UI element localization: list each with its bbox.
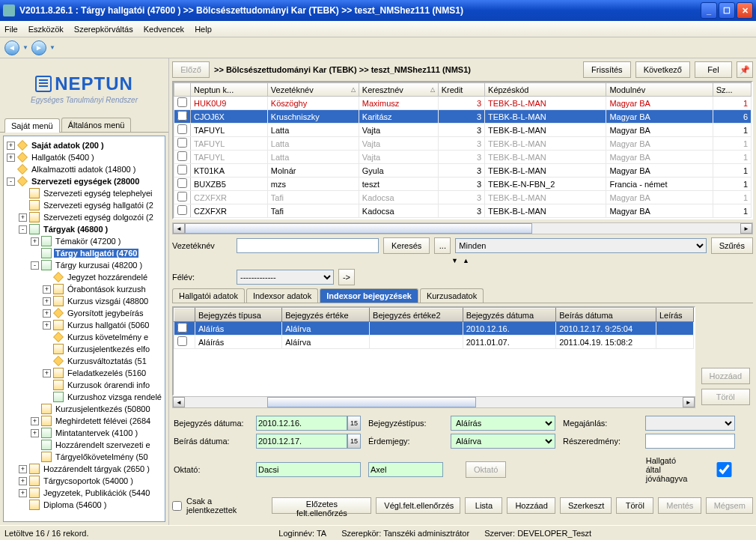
vegl-button[interactable]: Végl.felt.ellenőrzés <box>376 497 460 514</box>
szerkeszt-button[interactable]: Szerkeszt <box>560 497 612 514</box>
menu-eszkozok[interactable]: Eszközök <box>28 25 64 34</box>
tree-node[interactable]: Kurzusváltoztatás (51 <box>4 355 165 367</box>
okt-lastname-input[interactable] <box>256 462 361 477</box>
torol-button[interactable]: Töröl <box>616 497 653 514</box>
detail-grid[interactable]: Bejegyzés típusaBejegyzés értékeBejegyzé… <box>172 306 695 396</box>
tab-altalanos-menu[interactable]: Általános menü <box>61 118 132 132</box>
tab-sajat-menu[interactable]: Saját menü <box>4 118 60 133</box>
nav-forward-button[interactable]: ► <box>31 40 46 55</box>
tree-node[interactable]: Alkalmazotti adatok (14800 ) <box>4 163 165 175</box>
felev-go-button[interactable]: -> <box>338 269 355 285</box>
tree-node[interactable]: +Szervezeti egység dolgozói (2 <box>4 211 165 223</box>
table-row[interactable]: HUK0U9KöszöghyMaximusz3TEBK-B-L-MANMagya… <box>174 97 752 110</box>
beidat-input[interactable] <box>256 434 347 449</box>
window-close-button[interactable]: ✕ <box>737 2 753 19</box>
tree-node[interactable]: +Mintatantervek (4100 ) <box>4 427 165 439</box>
tree-node[interactable]: Hozzárendelt szervezeti e <box>4 439 165 451</box>
table-row[interactable]: KT01KAMolnárGyula3TEBK-B-L-MANMagyar BA1 <box>174 164 752 178</box>
tree-node[interactable]: -Tárgy kurzusai (48200 ) <box>4 259 165 271</box>
tree-node[interactable]: Tárgyelőkövetelmény (50 <box>4 451 165 463</box>
filter-button[interactable]: Szűrés <box>711 237 753 254</box>
tree-node[interactable]: +Meghirdetett félévei (2684 <box>4 415 165 427</box>
beidat-label: Beírás dátuma: <box>174 437 249 446</box>
menu-szerepkor[interactable]: Szerepkörváltás <box>74 25 133 34</box>
tree-node[interactable]: Szervezeti egység hallgatói (2 <box>4 199 165 211</box>
tab-indexsor-adatok[interactable]: Indexsor adatok <box>246 288 318 303</box>
search-input[interactable] <box>237 238 379 253</box>
lista-button[interactable]: Lista <box>465 497 502 514</box>
tree-node[interactable]: +Feladatkezelés (5160 <box>4 367 165 379</box>
tab-kurzusadatok[interactable]: Kurzusadatok <box>420 288 484 303</box>
tree-node[interactable]: +Tárgycsoportok (54000 ) <box>4 475 165 487</box>
next-button[interactable]: Következő <box>635 61 690 78</box>
search-filter-select[interactable]: Minden <box>455 238 706 253</box>
tree-node[interactable]: +Hallgatók (5400 ) <box>4 151 165 163</box>
detail-row[interactable]: AláírásAláírva2011.01.07.2011.04.19. 15:… <box>174 336 694 349</box>
tree-node[interactable]: -Tárgyak (46800 ) <box>4 223 165 235</box>
detail-add-button[interactable]: Hozzáad <box>701 368 750 384</box>
search-button[interactable]: Keresés <box>383 237 430 254</box>
table-row[interactable]: TAFUYLLattaVajta3TEBK-B-L-MANMagyar BA1 <box>174 137 752 151</box>
collapse-strip[interactable]: ▼▲ <box>172 257 753 266</box>
menu-kedvencek[interactable]: Kedvencek <box>144 25 184 34</box>
hallgato-checkbox[interactable] <box>697 462 752 477</box>
erdem-select[interactable]: Aláírva <box>451 434 555 449</box>
tree-node[interactable]: Kurzusok órarendi info <box>4 379 165 391</box>
window-minimize-button[interactable]: _ <box>701 2 717 19</box>
table-row[interactable]: CZXFXRTafiKadocsa3TEBK-B-L-MANMagyar BA1 <box>174 191 752 204</box>
menu-help[interactable]: Help <box>195 25 212 34</box>
table-row[interactable]: TAFUYLLattaVajta3TEBK-B-L-MANMagyar BA1 <box>174 124 752 137</box>
tree-node[interactable]: +Témakör (47200 ) <box>4 235 165 247</box>
tab-hallgatoi[interactable]: Hallgatói adatok <box>172 288 245 303</box>
detail-row[interactable]: AláírásAláírva2010.12.16.2010.12.17. 9:2… <box>174 322 694 336</box>
tree-node[interactable]: Kurzusjelentkezés (50800 <box>4 403 165 415</box>
menu-file[interactable]: File <box>4 25 18 34</box>
tree-node[interactable]: Kurzus követelmény e <box>4 331 165 343</box>
prev-button[interactable]: Előző <box>172 61 210 78</box>
mentes-button[interactable]: Mentés <box>658 497 701 514</box>
okt-button[interactable]: Oktató <box>466 461 506 478</box>
window-maximize-button[interactable]: ☐ <box>719 2 735 19</box>
refresh-button[interactable]: Frissítés <box>583 61 631 78</box>
detail-hscroll[interactable]: ◄► <box>172 396 695 408</box>
table-row[interactable]: CJOJ6XKruschniszkyKaritász3TEBK-B-L-MANM… <box>174 110 752 124</box>
tree-node[interactable]: Kurzusjelentkezés elfo <box>4 343 165 355</box>
felev-select[interactable]: ------------- <box>237 270 334 285</box>
detail-del-button[interactable]: Töröl <box>701 389 750 405</box>
up-button[interactable]: Fel <box>695 61 732 78</box>
okt-firstname-input[interactable] <box>368 462 443 477</box>
bejtip-select[interactable]: Aláírás <box>451 416 555 431</box>
table-row[interactable]: BUXZB5mzsteszt3TEBK-E-N-FBN_2Francia - n… <box>174 178 752 191</box>
grid-hscroll[interactable]: ◄► <box>172 222 753 234</box>
nav-back-button[interactable]: ◄ <box>4 40 19 55</box>
megsem-button[interactable]: Mégsem <box>706 497 753 514</box>
calendar-icon[interactable]: 15 <box>347 434 361 449</box>
navigation-tree[interactable]: +Saját adatok (200 )+Hallgatók (5400 )Al… <box>3 136 165 522</box>
calendar-icon[interactable]: 15 <box>347 416 361 431</box>
megaj-select[interactable] <box>645 416 735 431</box>
tree-node[interactable]: +Jegyzetek, Publikációk (5440 <box>4 487 165 499</box>
csak-checkbox[interactable] <box>172 501 182 511</box>
tree-node[interactable]: +Órabontások kurzush <box>4 283 165 295</box>
table-row[interactable]: TAFUYLLattaVajta3TEBK-B-L-MANMagyar BA1 <box>174 151 752 164</box>
tab-indexsor-bejegyzesek[interactable]: Indexsor bejegyzések <box>320 288 418 303</box>
tree-node[interactable]: +Saját adatok (200 ) <box>4 139 165 151</box>
bejdat-input[interactable] <box>256 416 347 431</box>
tree-node[interactable]: +Hozzárendelt tárgyak (2650 ) <box>4 463 165 475</box>
tree-node[interactable]: +Kurzus vizsgái (48800 <box>4 295 165 307</box>
tree-node[interactable]: +Kurzus hallgatói (5060 <box>4 319 165 331</box>
search-more-button[interactable]: ... <box>434 237 451 254</box>
table-row[interactable]: CZXFXRTafiKadocsa3TEBK-B-L-MANMagyar BA1 <box>174 204 752 218</box>
resz-input[interactable] <box>645 434 735 449</box>
tree-node[interactable]: Szervezeti egység telephelyei <box>4 187 165 199</box>
elozetes-button[interactable]: Előzetes felt.ellenőrzés <box>272 497 371 514</box>
main-grid[interactable]: Neptun k...Vezetéknév△Keresztnév△KreditK… <box>172 81 753 219</box>
tree-node[interactable]: Tárgy hallgatói (4760 <box>4 247 165 259</box>
hozzaad-button[interactable]: Hozzáad <box>507 497 555 514</box>
tree-node[interactable]: Jegyzet hozzárendelé <box>4 271 165 283</box>
tree-node[interactable]: -Szervezeti egységek (28000 <box>4 175 165 187</box>
tree-node[interactable]: +Gyorsított jegybeírás <box>4 307 165 319</box>
tree-node[interactable]: Diploma (54600 ) <box>4 499 165 511</box>
pin-button[interactable]: 📌 <box>737 61 753 78</box>
tree-node[interactable]: Kurzushoz vizsga rendelé <box>4 391 165 403</box>
